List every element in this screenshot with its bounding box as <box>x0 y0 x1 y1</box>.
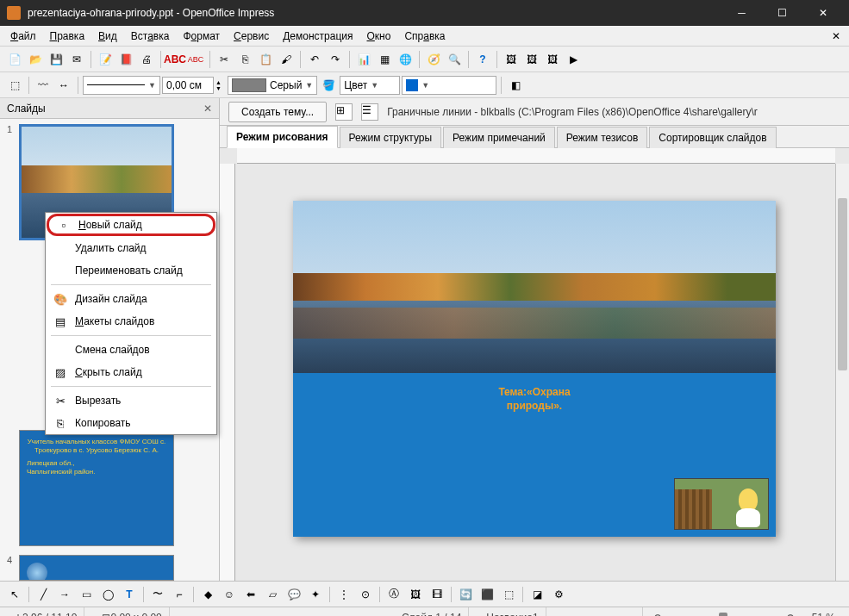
fill-type-dropdown[interactable]: Цвет▼ <box>340 76 400 95</box>
menu-window[interactable]: Окно <box>359 28 397 45</box>
line-style-dropdown[interactable]: ▼ <box>83 76 160 95</box>
gallery2-icon[interactable]: 🖼 <box>522 50 541 69</box>
minimize-button[interactable]: ─ <box>722 0 761 26</box>
menu-insert[interactable]: Вставка <box>124 28 177 45</box>
open-icon[interactable]: 📂 <box>26 50 45 69</box>
menu-rename-slide[interactable]: Переименовать слайд <box>46 259 216 282</box>
align-icon[interactable]: ⬛ <box>478 585 496 604</box>
tab-outline[interactable]: Режим структуры <box>340 127 442 148</box>
flowchart-icon[interactable]: ▱ <box>263 585 282 604</box>
from-file-icon[interactable]: 🖼 <box>406 585 425 604</box>
navigator-icon[interactable]: 🧭 <box>424 50 443 69</box>
arrow-style-icon[interactable]: ↔ <box>54 76 73 95</box>
slide-thumb-4[interactable]: 4 <box>5 555 214 581</box>
menu-slide-design[interactable]: 🎨Дизайн слайда <box>46 288 216 310</box>
curve-icon[interactable]: 〜 <box>148 585 167 604</box>
canvas-area[interactable]: Тема:«Охрана природы». <box>220 148 849 581</box>
table-icon[interactable]: ▦ <box>375 50 394 69</box>
tab-handout[interactable]: Режим тезисов <box>557 127 648 148</box>
slides-panel-close-icon[interactable]: ✕ <box>203 103 212 115</box>
callout-icon[interactable]: 💬 <box>284 585 303 604</box>
save-icon[interactable]: 💾 <box>47 50 66 69</box>
gallery3-icon[interactable]: 🖼 <box>543 50 562 69</box>
menu-cut[interactable]: ✂Вырезать <box>46 389 216 412</box>
menubar-close-icon[interactable]: ✕ <box>827 30 846 42</box>
menu-tools[interactable]: Сервис <box>227 28 276 45</box>
menu-edit[interactable]: Правка <box>43 28 92 45</box>
stars-icon[interactable]: ✦ <box>306 585 325 604</box>
text-icon[interactable]: T <box>120 585 139 604</box>
zoom-icon[interactable]: 🔍 <box>445 50 464 69</box>
rect-icon[interactable]: ▭ <box>77 585 96 604</box>
help-icon[interactable]: ? <box>473 50 492 69</box>
spin-down-icon[interactable]: ▼ <box>215 85 226 91</box>
fontwork-icon[interactable]: Ⓐ <box>384 585 403 604</box>
menu-hide-slide[interactable]: ▨Скрыть слайд <box>46 361 216 383</box>
menu-new-slide[interactable]: ▫ Новый слайд <box>47 214 215 236</box>
print-icon[interactable]: 🖨 <box>137 50 156 69</box>
line-width-input[interactable] <box>162 77 214 94</box>
paste-icon[interactable]: 📋 <box>256 50 275 69</box>
chart-icon[interactable]: 📊 <box>354 50 373 69</box>
line-icon[interactable]: ╱ <box>34 585 53 604</box>
gallery-icon[interactable]: 🎞 <box>428 585 446 604</box>
slide-thumb-3[interactable]: Учитель начальных классов ФМОУ СОШ с. Тр… <box>5 430 214 546</box>
arrange-icon[interactable]: ⬚ <box>499 585 518 604</box>
zoom-in-icon[interactable]: ⊕ <box>786 612 795 617</box>
connector-icon[interactable]: ⌐ <box>170 585 189 604</box>
menu-delete-slide[interactable]: Удалить слайд <box>46 237 216 259</box>
points-icon[interactable]: ⋮ <box>334 585 353 604</box>
create-theme-button[interactable]: Создать тему... <box>228 102 327 122</box>
close-button[interactable]: ✕ <box>803 0 842 26</box>
menu-file[interactable]: Файл <box>3 28 43 45</box>
redo-icon[interactable]: ↷ <box>326 50 345 69</box>
arrow-line-icon[interactable]: → <box>55 585 74 604</box>
slide-canvas[interactable]: Тема:«Охрана природы». <box>293 201 776 537</box>
menu-slide-layouts[interactable]: ▤Макеты слайдов <box>46 310 216 333</box>
zoom-out-icon[interactable]: ⊖ <box>653 612 662 617</box>
menu-view[interactable]: Вид <box>91 28 124 45</box>
arrow-icon[interactable]: ⬚ <box>5 76 24 95</box>
symbol-shapes-icon[interactable]: ☺ <box>220 585 239 604</box>
slideshow-icon[interactable]: ▶ <box>564 50 583 69</box>
tab-sorter[interactable]: Сортировщик слайдов <box>649 127 776 148</box>
basic-shapes-icon[interactable]: ◆ <box>198 585 217 604</box>
format-paintbrush-icon[interactable]: 🖌 <box>277 50 296 69</box>
spellcheck-icon[interactable]: ABC <box>165 50 184 69</box>
menu-help[interactable]: Справка <box>397 28 452 45</box>
glue-icon[interactable]: ⊙ <box>356 585 375 604</box>
maximize-button[interactable]: ☐ <box>763 0 802 26</box>
menu-copy[interactable]: ⎘Копировать <box>46 412 216 434</box>
line-color-dropdown[interactable]: Серый▼ <box>228 76 317 95</box>
gallery1-icon[interactable]: 🖼 <box>502 50 521 69</box>
tab-drawing[interactable]: Режим рисования <box>227 126 338 148</box>
fill-color-dropdown[interactable]: ▼ <box>402 76 496 95</box>
rotate-icon[interactable]: 🔄 <box>456 585 475 604</box>
interaction-icon[interactable]: ⚙ <box>549 585 568 604</box>
view-icons-button[interactable]: ⊞ <box>335 103 353 121</box>
ellipse-icon[interactable]: ◯ <box>98 585 117 604</box>
hyperlink-icon[interactable]: 🌐 <box>396 50 415 69</box>
spin-up-icon[interactable]: ▲ <box>215 79 226 85</box>
menu-slide-transition[interactable]: Смена слайдов <box>46 339 216 361</box>
extrusion-icon[interactable]: ◪ <box>528 585 546 604</box>
zoom-value[interactable]: 51 % <box>805 607 842 616</box>
menu-format[interactable]: Формат <box>176 28 227 45</box>
new-doc-icon[interactable]: 📄 <box>5 50 24 69</box>
shadow-icon[interactable]: ◧ <box>506 76 525 95</box>
select-icon[interactable]: ↖ <box>5 585 24 604</box>
cut-icon[interactable]: ✂ <box>215 50 234 69</box>
fill-icon[interactable]: 🪣 <box>319 76 338 95</box>
view-list-button[interactable]: ☰ <box>361 103 378 121</box>
block-arrows-icon[interactable]: ⬅ <box>241 585 260 604</box>
pdf-icon[interactable]: 📕 <box>116 50 135 69</box>
menu-slideshow[interactable]: Демонстрация <box>276 28 359 45</box>
autospell-icon[interactable]: ABC <box>186 50 205 69</box>
scrollbar-vertical[interactable] <box>835 164 849 581</box>
undo-icon[interactable]: ↶ <box>305 50 324 69</box>
tab-notes[interactable]: Режим примечаний <box>443 127 555 148</box>
edit-icon[interactable]: 📝 <box>96 50 115 69</box>
copy-icon[interactable]: ⎘ <box>235 50 254 69</box>
email-icon[interactable]: ✉ <box>67 50 86 69</box>
line-style-icon[interactable]: 〰 <box>34 76 53 95</box>
